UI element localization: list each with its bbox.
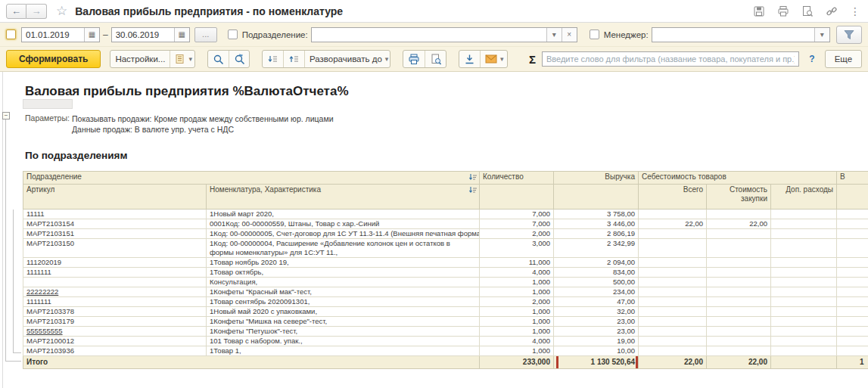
- collapse-groups-icon: [267, 54, 278, 64]
- next-col-cell: [837, 337, 868, 346]
- filter-funnel-button[interactable]: [836, 26, 862, 44]
- department-combo: ▾ ×: [311, 27, 577, 42]
- table-row[interactable]: 555555555 1Конфеты "Петушок"-тест, 1,000…: [23, 327, 868, 337]
- table-row[interactable]: МАРТ2103154 0001Код: 00-00000559, Штаны,…: [23, 219, 868, 229]
- back-icon: ←: [11, 5, 21, 17]
- report-toolbar: Сформировать Настройки... ▾: [0, 47, 868, 72]
- table-row[interactable]: МАРТ2100012 101 Товар с набором. упак., …: [23, 337, 868, 346]
- revenue-cell: 32,00: [554, 307, 639, 317]
- collapse-groups-button[interactable]: [263, 51, 283, 67]
- date-from-field: 01.01.2019 ▦: [21, 27, 100, 42]
- report-area: − Валовая прибыль предприятия %ВалютаОтч…: [0, 72, 868, 388]
- forward-button[interactable]: →: [26, 4, 47, 19]
- table-row[interactable]: МАРТ2103378 1Новый май 2020 с упаковками…: [23, 307, 868, 317]
- purchase-cell: [707, 307, 771, 317]
- cost-total-cell: [639, 258, 707, 268]
- articul-cell: 11111: [23, 210, 207, 219]
- date-from-value[interactable]: 01.01.2019: [22, 30, 84, 39]
- period-picker-button[interactable]: ...: [194, 27, 217, 42]
- sum-sigma-icon[interactable]: Σ: [529, 53, 536, 66]
- next-col-cell: [837, 239, 868, 258]
- header-group-column[interactable]: Подразделение: [23, 172, 480, 185]
- search-button[interactable]: [208, 51, 229, 67]
- table-row[interactable]: МАРТ2103179 1Конфеты "Мишка на севере"-т…: [23, 317, 868, 327]
- header-add-expenses[interactable]: Доп. расходы: [771, 185, 837, 210]
- period-checkbox[interactable]: [6, 29, 16, 39]
- save-icon[interactable]: [753, 5, 765, 17]
- header-cost-group[interactable]: Себестоимость товаров: [639, 172, 837, 185]
- link-icon[interactable]: [826, 5, 838, 17]
- table-row[interactable]: 1111111 1Товар сентябрь 2020091301, 2,00…: [23, 297, 868, 307]
- expenses-cell: [771, 278, 837, 287]
- print-preview-button[interactable]: [425, 51, 446, 67]
- purchase-cell: [707, 327, 771, 337]
- report-variants-button[interactable]: ▾: [170, 51, 195, 67]
- cost-total-cell: [639, 239, 707, 258]
- table-row[interactable]: Консультация, 1,000 500,00: [23, 278, 868, 287]
- table-row[interactable]: 1111111 1Товар октябрь, 4,000 834,00: [23, 268, 868, 278]
- table-row[interactable]: МАРТ2103936 1Товар 1, 1,000 10,00: [23, 346, 868, 356]
- more-menu-icon[interactable]: ⋮: [850, 5, 860, 17]
- total-expenses: [771, 356, 837, 369]
- total-row[interactable]: Итого 233,000 1 130 520,64 22,00 22,00 1: [23, 356, 868, 369]
- header-purchase[interactable]: Стоимость закупки: [707, 185, 771, 210]
- header-total[interactable]: Всего: [639, 185, 707, 210]
- cost-total-cell: [639, 317, 707, 327]
- generate-button[interactable]: Сформировать: [6, 50, 101, 68]
- table-row[interactable]: 22222222 1Конфеты "Красный мак"-тест, 1,…: [23, 287, 868, 297]
- preview-icon[interactable]: [801, 5, 814, 17]
- more-actions-button[interactable]: Еще: [825, 50, 862, 68]
- expand-groups-button[interactable]: [283, 51, 304, 67]
- table-row[interactable]: МАРТ2103151 1Код: 00-00000005, Счет-дого…: [23, 229, 868, 239]
- date-to-value[interactable]: 30.06.2019: [112, 30, 174, 39]
- department-checkbox[interactable]: [228, 29, 238, 39]
- table-row[interactable]: МАРТ2103150 1Код: 00-00000004, Расширени…: [23, 239, 868, 258]
- nomenclature-cell: 1Код: 00-00000004, Расширение «Добавлени…: [207, 239, 480, 258]
- sort-icon[interactable]: [468, 173, 478, 183]
- dropdown-icon: ▾: [188, 55, 192, 63]
- send-email-button[interactable]: ▾: [480, 51, 508, 67]
- date-to-calendar-icon[interactable]: ▦: [174, 28, 189, 42]
- save-to-file-button[interactable]: [459, 51, 480, 67]
- settings-button[interactable]: Настройки...: [110, 51, 170, 67]
- header-nomenclature[interactable]: Номенклатура, Характеристика: [207, 185, 480, 210]
- header-articul[interactable]: Артикул: [23, 185, 207, 210]
- header-qty[interactable]: Количество: [480, 172, 554, 185]
- total-label: Итого: [23, 356, 480, 369]
- sort-icon[interactable]: [468, 186, 478, 196]
- revenue-cell: 3 758,00: [554, 210, 639, 219]
- forward-icon: →: [32, 5, 42, 17]
- table-body: 11111 1Новый март 2020, 7,000 3 758,00 М…: [23, 210, 868, 356]
- total-revenue-cell: 1 130 520,64: [554, 356, 639, 369]
- report-parameters: Параметры: Показывать продажи: Кроме про…: [25, 113, 334, 135]
- next-col-cell: [837, 219, 868, 229]
- manager-checkbox[interactable]: [590, 29, 599, 39]
- expand-to-button[interactable]: Разворачивать до ▾: [304, 51, 390, 67]
- department-dropdown-icon[interactable]: ▾: [546, 28, 562, 42]
- qty-cell: 7,000: [480, 210, 554, 219]
- print-button[interactable]: [403, 51, 425, 67]
- department-clear-icon[interactable]: ×: [562, 28, 577, 42]
- header-revenue[interactable]: Выручка: [554, 172, 639, 185]
- cost-total-cell: 22,00: [639, 219, 707, 229]
- nomenclature-cell: 0001Код: 00-00000559, Штаны, Товар с хар…: [207, 219, 480, 229]
- manager-dropdown-icon[interactable]: ▾: [814, 28, 829, 42]
- quick-filter-input[interactable]: [542, 51, 799, 67]
- purchase-cell: [707, 268, 771, 278]
- help-button[interactable]: ?: [805, 51, 819, 67]
- nomenclature-cell: 1Новый май 2020 с упаковками,: [207, 307, 480, 317]
- table-row[interactable]: 11111 1Новый март 2020, 7,000 3 758,00: [23, 210, 868, 219]
- next-col-cell: [837, 258, 868, 268]
- date-from-calendar-icon[interactable]: ▦: [84, 28, 99, 42]
- settings-group: Настройки... ▾: [110, 50, 195, 68]
- print-icon[interactable]: [777, 5, 789, 17]
- next-col-cell: [837, 297, 868, 307]
- back-button[interactable]: ←: [6, 4, 26, 19]
- favorite-star-icon[interactable]: ☆: [56, 5, 67, 17]
- group-collapse-button[interactable]: −: [2, 112, 10, 120]
- nomenclature-cell: Консультация,: [207, 278, 480, 287]
- table-row[interactable]: 111202019 1Товар ноябрь 2020 19, 11,000 …: [23, 258, 868, 268]
- repeat-search-button[interactable]: [229, 51, 250, 67]
- total-qty: 233,000: [480, 356, 554, 369]
- qty-cell: 4,000: [480, 337, 554, 346]
